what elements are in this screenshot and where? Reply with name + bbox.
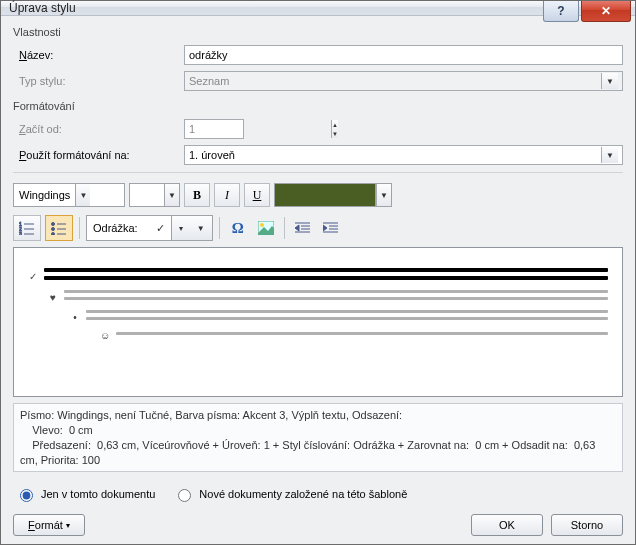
chevron-down-icon: ▼ [75,184,90,206]
scope-radios: Jen v tomto dokumentu Nové dokumenty zal… [13,486,623,502]
name-input[interactable] [184,45,623,65]
preview-bullet: ♥ [48,292,58,303]
start-at-value [185,120,331,138]
symbol-button[interactable]: Ω [226,216,250,240]
close-button[interactable]: ✕ [581,1,631,22]
format-button-label: ormát [35,519,63,531]
spin-buttons: ▲▼ [331,120,338,138]
bullet-glyph: ✓ [156,222,165,235]
svg-point-10 [52,233,55,236]
help-button[interactable]: ? [543,1,579,22]
font-name-select[interactable]: Wingdings ▼ [13,183,125,207]
increase-indent-icon [323,221,339,235]
preview-lines [64,290,608,304]
name-label: Název: [13,49,184,61]
separator [284,217,285,239]
radio-new-documents[interactable]: Nové dokumenty založené na této šabloně [173,486,407,502]
chevron-down-icon: ▼ [601,147,618,163]
underline-button[interactable]: U [244,183,270,207]
radio-this-document-input[interactable] [20,489,33,502]
increase-indent-button[interactable] [319,216,343,240]
chevron-down-icon: ▾▼ [171,216,212,240]
style-type-value: Seznam [189,75,229,87]
apply-to-label: Použít formátování na: [13,149,184,161]
bullet-select[interactable]: Odrážka: ✓ ▾▼ [86,215,213,241]
font-size-select[interactable]: ▼ [129,183,180,207]
help-icon: ? [557,4,564,18]
window-title: Úprava stylu [9,1,76,15]
bulleted-list-icon [51,221,67,235]
preview-bullet: • [70,312,80,323]
preview-bullet: ✓ [28,271,38,282]
apply-to-value: 1. úroveň [189,149,235,161]
start-at-label: Začít od: [13,123,184,135]
preview-pane: ✓ ♥ • ☺ [13,247,623,397]
font-size-value [130,184,164,206]
separator [79,217,80,239]
preview-bullet: ☺ [100,330,110,341]
svg-text:3: 3 [19,231,22,235]
titlebar: Úprava stylu ? ✕ [1,1,635,16]
divider [13,172,623,173]
svg-point-13 [260,223,264,227]
style-description: Písmo: Wingdings, není Tučné, Barva písm… [13,403,623,472]
chevron-down-icon: ▼ [601,73,618,89]
separator [219,217,220,239]
ok-button[interactable]: OK [471,514,543,536]
decrease-indent-icon [295,221,311,235]
style-type-label: Typ stylu: [13,75,184,87]
cancel-button[interactable]: Storno [551,514,623,536]
radio-this-document[interactable]: Jen v tomto dokumentu [15,486,155,502]
numbered-list-button[interactable]: 123 [13,215,41,241]
style-type-select: Seznam ▼ [184,71,623,91]
picture-icon [258,221,274,235]
chevron-down-icon: ▼ [376,184,391,206]
bold-button[interactable]: B [184,183,210,207]
start-at-spin: ▲▼ [184,119,244,139]
picture-button[interactable] [254,216,278,240]
modify-style-dialog: Úprava stylu ? ✕ Vlastnosti Název: Typ s… [0,0,636,545]
numbered-list-icon: 123 [19,221,35,235]
format-menu-button[interactable]: Formát [13,514,85,536]
chevron-down-icon: ▼ [164,184,179,206]
italic-button[interactable]: I [214,183,240,207]
bulleted-list-button[interactable] [45,215,73,241]
close-icon: ✕ [601,4,611,18]
group-formatting-label: Formátování [13,100,623,112]
preview-lines [44,268,608,284]
font-color-select[interactable]: ▼ [274,183,392,207]
radio-new-documents-label: Nové dokumenty založené na této šabloně [199,488,407,500]
font-name-value: Wingdings [14,184,75,206]
radio-this-document-label: Jen v tomto dokumentu [41,488,155,500]
list-toolbar: 123 Odrážka: ✓ ▾▼ Ω [13,215,623,241]
group-properties-label: Vlastnosti [13,26,623,38]
svg-point-8 [52,228,55,231]
preview-lines [116,332,608,339]
svg-point-6 [52,223,55,226]
preview-lines [86,310,608,324]
color-swatch [275,184,376,206]
apply-to-select[interactable]: 1. úroveň ▼ [184,145,623,165]
decrease-indent-button[interactable] [291,216,315,240]
font-toolbar: Wingdings ▼ ▼ B I U ▼ [13,183,623,207]
bullet-label: Odrážka: [93,222,138,234]
radio-new-documents-input[interactable] [178,489,191,502]
